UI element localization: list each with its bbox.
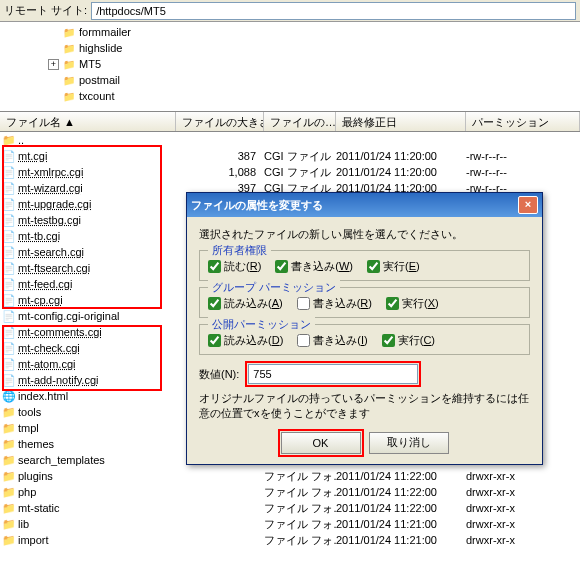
file-name: tools [18,406,41,418]
file-size: 387 [176,150,264,162]
folder-icon: 📁 [61,59,77,70]
file-attributes-dialog: ファイルの属性を変更する × 選択されたファイルの新しい属性を選んでください。 … [186,192,543,465]
file-date: 2011/01/24 11:21:00 [336,518,466,530]
file-perm: drwxr-xr-x [466,486,580,498]
perm-checkbox[interactable]: 書き込み(I) [297,333,367,348]
file-icon: 📄 [2,246,16,259]
file-icon: 📄 [2,374,16,387]
col-type[interactable]: ファイルの… [264,112,336,131]
file-icon: 📁 [2,134,16,147]
checkbox-input[interactable] [297,297,310,310]
expand-icon[interactable]: + [48,59,59,70]
file-date: 2011/01/24 11:21:00 [336,534,466,546]
file-name: mt.cgi [18,150,47,162]
column-headers[interactable]: ファイル名 ▲ ファイルの大きさ ファイルの… 最終修正日 パーミッション [0,112,580,132]
tree-label: MT5 [79,58,101,70]
tree-label: postmail [79,74,120,86]
dialog-title: ファイルの属性を変更する [191,198,518,213]
checkbox-label: 書き込み(R) [313,296,372,311]
checkbox-input[interactable] [208,334,221,347]
file-perm: drwxr-xr-x [466,470,580,482]
tree-item[interactable]: 📁postmail [4,72,576,88]
perm-checkbox[interactable]: 読み込み(D) [208,333,283,348]
group-title: 公開パーミッション [208,317,315,332]
checkbox-input[interactable] [367,260,380,273]
checkbox-input[interactable] [297,334,310,347]
tree-view[interactable]: 📁formmailer📁highslide+📁MT5📁postmail📁txco… [0,22,580,112]
tree-item[interactable]: 📁formmailer [4,24,576,40]
perm-checkbox[interactable]: 書き込み(W) [275,259,353,274]
tree-item[interactable]: +📁MT5 [4,56,576,72]
file-perm: drwxr-xr-x [466,518,580,530]
file-icon: 📄 [2,230,16,243]
ok-button[interactable]: OK [281,432,361,454]
numeric-input[interactable] [248,364,418,384]
file-perm: drwxr-xr-x [466,502,580,514]
file-icon: 📁 [2,454,16,467]
file-icon: 📄 [2,310,16,323]
checkbox-input[interactable] [275,260,288,273]
checkbox-label: 読み込み(D) [224,333,283,348]
file-name: mt-ftsearch.cgi [18,262,90,274]
col-name[interactable]: ファイル名 ▲ [0,112,176,131]
numeric-label: 数値(N): [199,367,239,382]
file-type: ファイル フォ… [264,485,336,500]
dialog-note: オリジナルファイルの持っているパーミッションを維持するには任意の位置でxを使うこ… [199,391,530,422]
perm-checkbox[interactable]: 実行(X) [386,296,439,311]
checkbox-label: 読み込み(A) [224,296,283,311]
file-name: mt-static [18,502,60,514]
file-name: mt-atom.cgi [18,358,75,370]
file-icon: 📄 [2,342,16,355]
file-name: mt-testbg.cgi [18,214,81,226]
tree-item[interactable]: 📁highslide [4,40,576,56]
tree-item[interactable]: 📁txcount [4,88,576,104]
tree-label: txcount [79,90,114,102]
tree-label: highslide [79,42,122,54]
checkbox-input[interactable] [208,260,221,273]
table-row[interactable]: 📁mt-staticファイル フォ…2011/01/24 11:22:00drw… [0,500,580,516]
checkbox-input[interactable] [382,334,395,347]
file-name: mt-add-notify.cgi [18,374,99,386]
file-name: mt-feed.cgi [18,278,72,290]
col-size[interactable]: ファイルの大きさ [176,112,264,131]
table-row[interactable]: 📁libファイル フォ…2011/01/24 11:21:00drwxr-xr-… [0,516,580,532]
perm-checkbox[interactable]: 実行(E) [367,259,420,274]
col-date[interactable]: 最終修正日 [336,112,466,131]
table-row[interactable]: 📁importファイル フォ…2011/01/24 11:21:00drwxr-… [0,532,580,548]
file-name: mt-xmlrpc.cgi [18,166,83,178]
file-name: mt-upgrade.cgi [18,198,91,210]
remote-path-input[interactable] [91,2,576,20]
col-perm[interactable]: パーミッション [466,112,580,131]
checkbox-label: 書き込み(I) [313,333,367,348]
table-row[interactable]: 📁phpファイル フォ…2011/01/24 11:22:00drwxr-xr-… [0,484,580,500]
file-date: 2011/01/24 11:22:00 [336,502,466,514]
checkbox-label: 読む(R) [224,259,261,274]
table-row[interactable]: 📁pluginsファイル フォ…2011/01/24 11:22:00drwxr… [0,468,580,484]
perm-checkbox[interactable]: 読む(R) [208,259,261,274]
file-icon: 📁 [2,502,16,515]
table-row[interactable]: 📄mt.cgi387CGI ファイル2011/01/24 11:20:00-rw… [0,148,580,164]
perm-checkbox[interactable]: 読み込み(A) [208,296,283,311]
cancel-button[interactable]: 取り消し [369,432,449,454]
file-date: 2011/01/24 11:20:00 [336,166,466,178]
table-row[interactable]: 📄mt-xmlrpc.cgi1,088CGI ファイル2011/01/24 11… [0,164,580,180]
file-name: mt-wizard.cgi [18,182,83,194]
checkbox-label: 実行(X) [402,296,439,311]
folder-icon: 📁 [61,27,77,38]
perm-checkbox[interactable]: 実行(C) [382,333,435,348]
file-date: 2011/01/24 11:20:00 [336,150,466,162]
table-row[interactable]: 📁.. [0,132,580,148]
close-icon[interactable]: × [518,196,538,214]
file-name: themes [18,438,54,450]
permission-group: グループ パーミッション 読み込み(A)書き込み(R)実行(X) [199,287,530,318]
checkbox-input[interactable] [386,297,399,310]
file-date: 2011/01/24 11:22:00 [336,486,466,498]
file-type: ファイル フォ… [264,533,336,548]
file-icon: 📄 [2,278,16,291]
file-type: CGI ファイル [264,149,336,164]
perm-checkbox[interactable]: 書き込み(R) [297,296,372,311]
checkbox-input[interactable] [208,297,221,310]
file-icon: 📁 [2,422,16,435]
file-name: mt-check.cgi [18,342,80,354]
file-icon: 📄 [2,198,16,211]
